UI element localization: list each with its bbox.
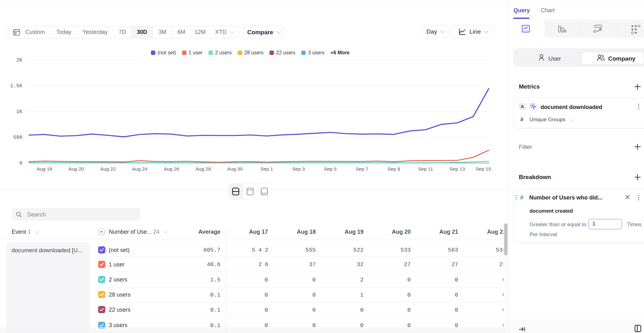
svg-text:Sep 11: Sep 11 [418, 166, 433, 172]
svg-text:Sep 3: Sep 3 [292, 166, 305, 172]
svg-text:Aug 26: Aug 26 [164, 166, 179, 172]
svg-text:Sep 13: Sep 13 [450, 166, 465, 172]
svg-text:500: 500 [13, 135, 22, 140]
svg-text:Aug 22: Aug 22 [100, 166, 116, 172]
svg-text:Sep 9: Sep 9 [387, 166, 400, 172]
svg-text:Aug 18: Aug 18 [37, 166, 52, 172]
svg-text:Aug 20: Aug 20 [69, 166, 84, 172]
svg-text:Sep 5: Sep 5 [324, 166, 337, 172]
svg-text:Sep 15: Sep 15 [475, 166, 491, 172]
svg-text:Sep 1: Sep 1 [260, 166, 273, 172]
svg-text:1K: 1K [16, 109, 23, 115]
svg-text:Aug 24: Aug 24 [132, 166, 148, 172]
svg-text:1.5K: 1.5K [10, 83, 23, 89]
svg-text:Aug 30: Aug 30 [227, 166, 243, 172]
svg-text:2K: 2K [16, 57, 23, 63]
svg-text:0: 0 [19, 161, 22, 166]
svg-text:Sep 7: Sep 7 [356, 166, 369, 172]
svg-text:Aug 28: Aug 28 [196, 166, 211, 172]
